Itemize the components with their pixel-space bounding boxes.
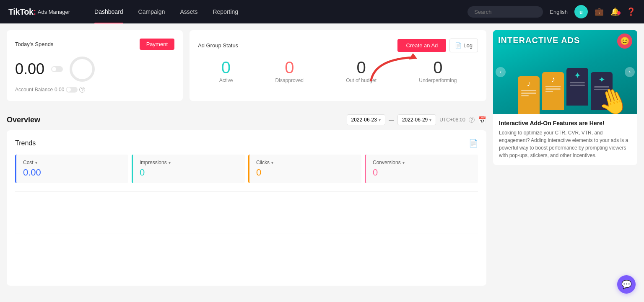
impressions-value: 0 <box>140 167 238 178</box>
date-end-button[interactable]: 2022-06-29 ▾ <box>397 114 436 125</box>
left-panel: Today's Spends Payment 0.00 Account Bala… <box>0 23 493 292</box>
stat-underperforming: 0 Underperforming <box>419 59 457 83</box>
utc-label: UTC+08:00 <box>439 117 465 123</box>
banner-content-title: Interactive Add-On Features are Here! <box>499 120 631 126</box>
ad-banner-image: ‹ INTERACTIVE ADS 😊 ♪ <box>493 30 637 114</box>
metric-cost: Cost ▾ 0.00 <box>15 155 128 183</box>
conversions-chevron-icon[interactable]: ▾ <box>402 160 405 165</box>
nav-links: Dashboard Campaign Assets Reporting <box>87 0 467 23</box>
avatar[interactable]: u <box>574 5 588 18</box>
trends-metrics: Cost ▾ 0.00 Impressions ▾ 0 Clicks ▾ <box>15 155 478 183</box>
cost-value: 0.00 <box>23 167 122 178</box>
adgroup-stats: 0 Active 0 Disapproved 0 Out of budget 0… <box>198 59 478 83</box>
cost-chevron-icon[interactable]: ▾ <box>35 160 37 165</box>
ad-banner-content: Interactive Add-On Features are Here! Lo… <box>493 114 637 165</box>
log-icon: 📄 <box>455 42 462 49</box>
log-button[interactable]: 📄 Log <box>449 39 478 52</box>
create-ad-button[interactable]: Create an Ad <box>397 39 446 52</box>
metric-conversions: Conversions ▾ 0 <box>365 155 478 183</box>
phone-3: ✦ <box>566 68 588 106</box>
navbar: TikTok: Ads Manager Dashboard Campaign A… <box>0 0 644 23</box>
ad-banner-card: ‹ INTERACTIVE ADS 😊 ♪ <box>493 30 637 165</box>
phone-2: ♪ <box>542 72 564 110</box>
stat-disapproved: 0 Disapproved <box>275 59 304 83</box>
impressions-chevron-icon[interactable]: ▾ <box>169 160 171 165</box>
overview-title-row: Overview 2022-06-23 ▾ — 2022-06-29 ▾ UTC… <box>7 108 486 130</box>
banner-prev-button[interactable]: ‹ <box>496 67 506 77</box>
main-content: Today's Spends Payment 0.00 Account Bala… <box>0 23 644 292</box>
divider <box>15 247 478 247</box>
metric-clicks: Clicks ▾ 0 <box>248 155 361 183</box>
banner-next-button[interactable]: › <box>625 67 635 77</box>
trends-card: Trends 📄 Cost ▾ 0.00 Impressions ▾ 0 <box>7 130 486 286</box>
chevron-end-icon: ▾ <box>429 118 431 122</box>
adgroup-header: Ad Group Status Create an Ad 📄 Log <box>198 39 478 52</box>
trends-title: Trends <box>15 139 36 147</box>
banner-content-desc: Looking to optimize your CTR, CVR, VTR, … <box>499 129 631 159</box>
phone2-lines <box>545 86 560 93</box>
chevron-start-icon: ▾ <box>379 118 381 122</box>
nav-assets[interactable]: Assets <box>172 0 205 23</box>
spends-card: Today's Spends Payment 0.00 Account Bala… <box>7 30 183 101</box>
phone1-icon: ♪ <box>527 79 531 88</box>
notification-dot <box>617 11 621 15</box>
balance-toggle[interactable] <box>66 87 78 93</box>
nav-right: English u 💼 🔔 ❓ <box>467 5 636 18</box>
payment-button[interactable]: Payment <box>140 39 174 50</box>
phone4-icon: ✦ <box>598 75 605 85</box>
banner-title: INTERACTIVE ADS <box>498 35 632 45</box>
spends-body: 0.00 <box>15 57 174 82</box>
help-icon[interactable]: ❓ <box>626 7 636 16</box>
top-row: Today's Spends Payment 0.00 Account Bala… <box>7 30 486 101</box>
spends-title: Today's Spends <box>15 41 53 47</box>
trends-header: Trends 📄 <box>15 139 478 148</box>
logo-adsmanager: Ads Manager <box>38 9 70 15</box>
phone3-icon: ✦ <box>574 70 581 80</box>
logo: TikTok: Ads Manager <box>8 7 70 17</box>
stat-out-of-budget: 0 Out of budget <box>346 59 377 83</box>
date-range: 2022-06-23 ▾ — 2022-06-29 ▾ UTC+08:00 ? … <box>347 114 486 125</box>
clicks-value: 0 <box>256 167 355 178</box>
right-panel: ‹ INTERACTIVE ADS 😊 ♪ <box>493 23 644 292</box>
date-start-button[interactable]: 2022-06-23 ▾ <box>347 114 385 125</box>
chart-empty <box>15 252 478 277</box>
stat-active: 0 Active <box>219 59 233 83</box>
banner-avatar: 😊 <box>617 34 632 49</box>
balance-info-icon[interactable]: ? <box>79 87 85 93</box>
search-input[interactable] <box>467 6 543 18</box>
account-balance: Account Balance 0.00 ? <box>15 87 174 93</box>
chat-bubble[interactable]: 💬 <box>617 275 636 294</box>
spends-amount: 0.00 <box>15 60 44 78</box>
phone3-lines <box>570 82 584 87</box>
clicks-chevron-icon[interactable]: ▾ <box>271 160 273 165</box>
phone-1: ♪ <box>518 76 540 114</box>
overview-title: Overview <box>7 116 40 124</box>
donut-chart <box>70 57 95 82</box>
adgroup-buttons: Create an Ad 📄 Log <box>397 39 478 52</box>
nav-campaign[interactable]: Campaign <box>131 0 173 23</box>
export-icon[interactable]: 📄 <box>469 139 478 148</box>
adgroup-title: Ad Group Status <box>198 42 238 49</box>
language-selector[interactable]: English <box>550 9 568 15</box>
adgroup-card: Ad Group Status Create an Ad 📄 Log <box>190 30 486 101</box>
chart-area <box>15 191 478 242</box>
spends-header: Today's Spends Payment <box>15 39 174 50</box>
bell-icon[interactable]: 🔔 <box>610 7 620 16</box>
utc-info-icon[interactable]: ? <box>469 117 475 123</box>
nav-reporting[interactable]: Reporting <box>205 0 246 23</box>
amount-toggle[interactable] <box>51 66 63 72</box>
nav-dashboard[interactable]: Dashboard <box>87 0 131 23</box>
conversions-value: 0 <box>373 167 471 178</box>
phone2-icon: ♪ <box>551 75 555 84</box>
calendar-icon[interactable]: 📅 <box>478 116 486 124</box>
phone1-lines <box>521 90 536 98</box>
logo-tiktok: TikTok: <box>8 7 36 17</box>
svg-marker-0 <box>409 53 417 59</box>
metric-impressions: Impressions ▾ 0 <box>132 155 245 183</box>
chart-baseline <box>15 233 478 233</box>
briefcase-icon[interactable]: 💼 <box>595 7 604 16</box>
